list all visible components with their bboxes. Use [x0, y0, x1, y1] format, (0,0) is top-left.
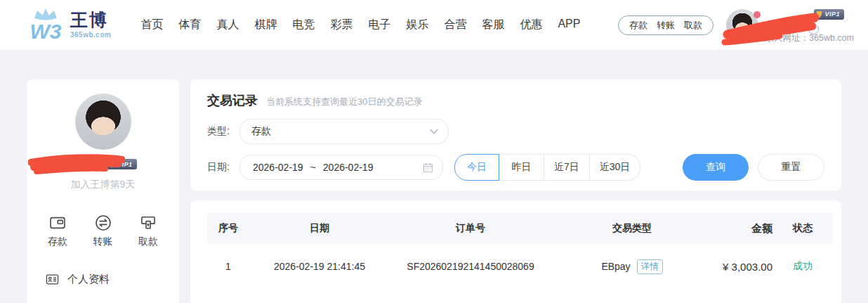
topbar-right: 存款 转账 取款 VIP1 永久网址：365wb.com [618, 5, 854, 46]
quick-action-transfer[interactable]: 转账 [91, 214, 115, 248]
account-widget[interactable]: VIP1 永久网址：365wb.com [726, 5, 854, 46]
nav-item-promo[interactable]: 优惠 [520, 18, 542, 32]
range-7days-button[interactable]: 近7日 [544, 154, 590, 181]
vip-badge-label: VIP1 [824, 11, 840, 18]
column-header-date: 日期 [249, 222, 390, 235]
trophy-icon [108, 160, 116, 168]
sidebar-vip-badge: VIP1 [107, 159, 137, 169]
date-range-input[interactable]: 2026-02-19 ~ 2026-02-19 [239, 155, 443, 180]
transfer-icon [94, 214, 112, 232]
nav-item-home[interactable]: 首页 [140, 18, 163, 32]
nav-item-lottery[interactable]: 彩票 [330, 18, 353, 32]
join-days-text: 加入王博第9天 [27, 179, 179, 191]
range-yesterday-button[interactable]: 昨日 [499, 154, 544, 181]
date-to-value: 2026-02-19 [323, 162, 374, 173]
column-header-order-no: 订单号 [390, 222, 551, 235]
nav-item-slots[interactable]: 电子 [368, 18, 390, 32]
logo-brand-text: 王博 [70, 11, 111, 29]
vip-badge: VIP1 [814, 9, 844, 20]
quick-action-withdraw[interactable]: 取款 [136, 214, 160, 248]
site-logo[interactable]: W3 王博 365wb.com [27, 7, 111, 44]
id-card-icon [45, 272, 60, 287]
detail-button[interactable]: 详情 [637, 259, 663, 274]
sidebar-menu: 个人资料 VIP特权 [27, 272, 179, 303]
column-header-type: 交易类型 [551, 222, 713, 235]
logo-domain-text: 365wb.com [70, 31, 111, 39]
quick-action-label: 存款 [48, 236, 67, 248]
nav-item-esports[interactable]: 电竞 [292, 18, 315, 32]
wallet-actions-pill: 存款 转账 取款 [618, 15, 714, 35]
sidebar-vip-badge-label: VIP1 [117, 161, 133, 168]
page-subtitle: 当前系统支持查询最近30日的交易记录 [266, 96, 422, 108]
row-status: 成功 [772, 260, 833, 273]
nav-item-live[interactable]: 真人 [216, 18, 239, 32]
quick-action-label: 取款 [138, 236, 158, 248]
nav-item-app[interactable]: APP [558, 18, 580, 32]
nav-item-chess[interactable]: 棋牌 [254, 18, 277, 32]
transaction-filter-card: 交易记录 当前系统支持查询最近30日的交易记录 类型: 存款 日期: 2026-… [190, 79, 841, 191]
reset-button[interactable]: 重置 [758, 154, 824, 181]
column-header-index: 序号 [207, 222, 249, 235]
nav-item-entertainment[interactable]: 娱乐 [406, 18, 428, 32]
quick-action-deposit[interactable]: 存款 [46, 214, 70, 248]
calendar-icon [422, 162, 434, 174]
profile-avatar[interactable] [75, 94, 131, 150]
avatar[interactable] [726, 9, 758, 41]
quick-actions: 存款 转账 取款 [27, 214, 179, 248]
page: W3 王博 365wb.com 首页 体育 真人 棋牌 电竞 彩票 电子 娱乐 … [0, 0, 868, 303]
sidebar-item-label: 个人资料 [67, 273, 110, 286]
table-header-row: 序号 日期 订单号 交易类型 金额 状态 [207, 213, 833, 244]
row-type: EBpay [601, 261, 630, 272]
svg-text:W3: W3 [30, 20, 62, 43]
quick-action-label: 转账 [93, 236, 113, 248]
column-header-status: 状态 [772, 222, 833, 235]
date-separator: ~ [310, 162, 316, 173]
search-button[interactable]: 查询 [683, 154, 749, 181]
nav-item-affiliate[interactable]: 合营 [444, 18, 466, 32]
sidebar-item-profile[interactable]: 个人资料 [45, 272, 179, 287]
nav-item-sports[interactable]: 体育 [178, 18, 201, 32]
row-index: 1 [207, 261, 249, 272]
chevron-down-icon [430, 129, 438, 134]
header-deposit-link[interactable]: 存款 [629, 19, 647, 32]
column-header-amount: 金额 [713, 222, 772, 236]
range-30days-button[interactable]: 近30日 [590, 154, 641, 181]
row-amount: ¥ 3,003.00 [713, 261, 772, 273]
withdraw-icon [139, 214, 157, 232]
page-title: 交易记录 [207, 92, 258, 109]
date-from-value: 2026-02-19 [253, 162, 303, 173]
permanent-url-text: 永久网址：365wb.com [765, 32, 854, 44]
wallet-icon [48, 214, 67, 232]
header-transfer-link[interactable]: 转账 [657, 19, 675, 32]
main-nav: 首页 体育 真人 棋牌 电竞 彩票 电子 娱乐 合营 客服 优惠 APP [140, 18, 580, 32]
range-today-button[interactable]: 今日 [454, 154, 499, 181]
transaction-table-card: 序号 日期 订单号 交易类型 金额 状态 1 2026-02-19 21:41:… [190, 200, 841, 303]
type-select[interactable]: 存款 [239, 119, 449, 144]
type-select-value: 存款 [251, 125, 430, 138]
date-label: 日期: [207, 161, 239, 174]
nav-item-service[interactable]: 客服 [482, 18, 504, 32]
top-header: W3 王博 365wb.com 首页 体育 真人 棋牌 电竞 彩票 电子 娱乐 … [0, 0, 868, 51]
row-date: 2026-02-19 21:41:45 [249, 261, 390, 272]
content-area: VIP1 加入王博第9天 存款 [0, 51, 868, 303]
header-withdraw-link[interactable]: 取款 [684, 19, 702, 32]
type-label: 类型: [207, 125, 239, 138]
logo-crown-w3-icon: W3 [27, 7, 65, 44]
profile-sidebar: VIP1 加入王博第9天 存款 [27, 79, 179, 303]
date-range-presets: 今日 昨日 近7日 近30日 [454, 154, 640, 181]
row-order-no: SF202602192141450028069 [390, 261, 551, 272]
table-row: 1 2026-02-19 21:41:45 SF2026021921414500… [207, 244, 833, 289]
trophy-icon [815, 11, 823, 18]
